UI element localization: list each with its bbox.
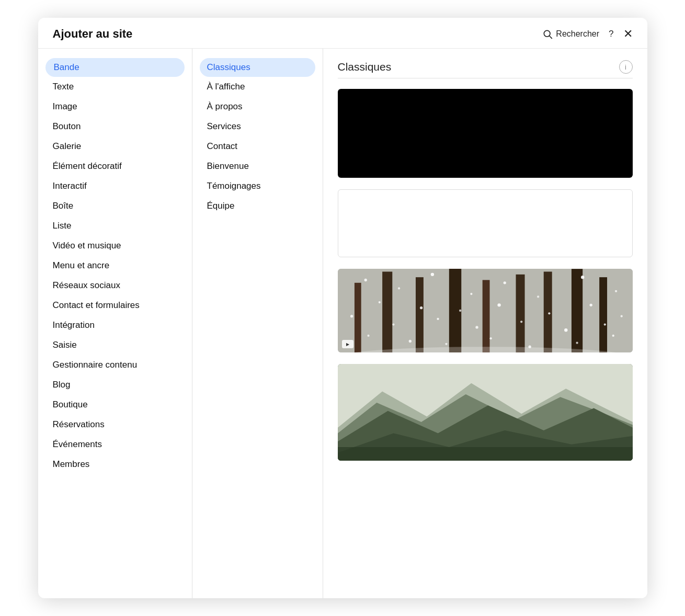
sidebar-item-integration[interactable]: Intégration <box>38 315 192 335</box>
svg-point-15 <box>470 293 472 295</box>
svg-point-37 <box>489 337 492 339</box>
mountain-scene-svg <box>338 364 633 461</box>
svg-rect-6 <box>571 269 582 352</box>
svg-point-24 <box>548 312 550 314</box>
svg-line-1 <box>550 36 552 39</box>
sidebar-item-element-decoratif[interactable]: Élément décoratif <box>38 156 192 176</box>
svg-rect-9 <box>482 280 489 352</box>
svg-point-12 <box>364 279 367 281</box>
search-icon <box>542 29 553 39</box>
preview-card-black[interactable] <box>338 89 633 178</box>
svg-point-20 <box>378 301 380 303</box>
sidebar-item-liste[interactable]: Liste <box>38 216 192 236</box>
mid-item-equipe[interactable]: Équipe <box>192 196 323 216</box>
svg-rect-10 <box>543 272 552 352</box>
mid-item-services[interactable]: Services <box>192 117 323 136</box>
mid-item-bienvenue[interactable]: Bienvenue <box>192 156 323 176</box>
svg-point-22 <box>459 310 461 312</box>
right-divider <box>338 78 633 78</box>
sidebar-item-reservations[interactable]: Réservations <box>38 415 192 435</box>
header-actions: Rechercher ? ✕ <box>542 28 632 40</box>
left-column: BandeTexteImageBoutonGalerieÉlément déco… <box>38 49 192 598</box>
sidebar-item-menu-ancre[interactable]: Menu et ancre <box>38 256 192 276</box>
info-icon[interactable]: i <box>619 60 633 74</box>
mid-column: ClassiquesÀ l'afficheÀ proposServicesCon… <box>192 49 323 598</box>
sidebar-item-texte[interactable]: Texte <box>38 77 192 97</box>
modal: Ajouter au site Rechercher ? ✕ BandeText… <box>38 18 647 598</box>
svg-point-35 <box>408 340 411 343</box>
svg-point-16 <box>503 281 506 284</box>
svg-point-18 <box>581 276 584 279</box>
svg-rect-5 <box>516 275 524 352</box>
svg-point-27 <box>350 315 352 317</box>
sidebar-item-saisie[interactable]: Saisie <box>38 335 192 355</box>
sidebar-item-bouton[interactable]: Bouton <box>38 117 192 136</box>
svg-point-36 <box>445 343 447 345</box>
search-label: Rechercher <box>556 29 599 39</box>
mid-item-temoignages[interactable]: Témoignages <box>192 176 323 196</box>
svg-point-14 <box>430 273 433 276</box>
sidebar-item-reseaux-sociaux[interactable]: Réseaux sociaux <box>38 276 192 295</box>
modal-body: BandeTexteImageBoutonGalerieÉlément déco… <box>38 49 647 598</box>
sidebar-item-boite[interactable]: Boîte <box>38 196 192 216</box>
svg-point-34 <box>367 335 369 337</box>
svg-point-28 <box>392 323 394 325</box>
svg-point-30 <box>475 326 478 328</box>
svg-point-25 <box>589 304 592 306</box>
svg-point-31 <box>520 321 522 323</box>
sidebar-item-membres[interactable]: Membres <box>38 454 192 474</box>
svg-rect-3 <box>382 272 392 352</box>
search-button[interactable]: Rechercher <box>542 29 599 39</box>
svg-point-29 <box>437 318 439 320</box>
svg-point-39 <box>576 342 578 344</box>
svg-rect-11 <box>599 277 607 352</box>
modal-title: Ajouter au site <box>53 27 133 41</box>
svg-point-13 <box>397 287 399 289</box>
sidebar-item-gestionnaire-contenu[interactable]: Gestionnaire contenu <box>38 355 192 375</box>
mid-item-classiques[interactable]: Classiques <box>200 58 315 77</box>
forest-scene-svg <box>338 269 633 352</box>
svg-point-32 <box>564 328 567 332</box>
mid-item-contact[interactable]: Contact <box>192 136 323 156</box>
close-button[interactable]: ✕ <box>623 28 633 40</box>
svg-point-26 <box>620 315 622 317</box>
svg-rect-7 <box>354 283 361 352</box>
sidebar-item-video-musique[interactable]: Vidéo et musique <box>38 236 192 256</box>
preview-card-forest[interactable] <box>338 269 633 352</box>
modal-header: Ajouter au site Rechercher ? ✕ <box>38 18 647 49</box>
mid-item-a-propos[interactable]: À propos <box>192 97 323 117</box>
right-column: Classiques i <box>323 49 647 598</box>
preview-card-white[interactable] <box>338 189 633 257</box>
right-title: Classiques <box>338 61 392 73</box>
sidebar-item-interactif[interactable]: Interactif <box>38 176 192 196</box>
svg-rect-47 <box>338 447 633 461</box>
svg-point-23 <box>497 303 500 306</box>
svg-point-17 <box>536 295 539 298</box>
sidebar-item-bande[interactable]: Bande <box>45 58 185 77</box>
sidebar-item-galerie[interactable]: Galerie <box>38 136 192 156</box>
sidebar-item-contact-formulaires[interactable]: Contact et formulaires <box>38 295 192 315</box>
sidebar-item-evenements[interactable]: Événements <box>38 435 192 454</box>
svg-point-21 <box>419 306 422 309</box>
video-overlay-icon <box>342 340 353 348</box>
right-header: Classiques i <box>338 60 633 74</box>
sidebar-item-image[interactable]: Image <box>38 97 192 117</box>
sidebar-item-blog[interactable]: Blog <box>38 375 192 395</box>
svg-point-19 <box>614 290 616 292</box>
help-button[interactable]: ? <box>609 29 613 39</box>
mid-item-a-l-affiche[interactable]: À l'affiche <box>192 77 323 97</box>
svg-point-33 <box>603 323 606 325</box>
preview-card-mountain[interactable] <box>338 364 633 461</box>
sidebar-item-boutique[interactable]: Boutique <box>38 395 192 415</box>
svg-rect-8 <box>415 277 423 352</box>
svg-point-40 <box>612 335 614 337</box>
